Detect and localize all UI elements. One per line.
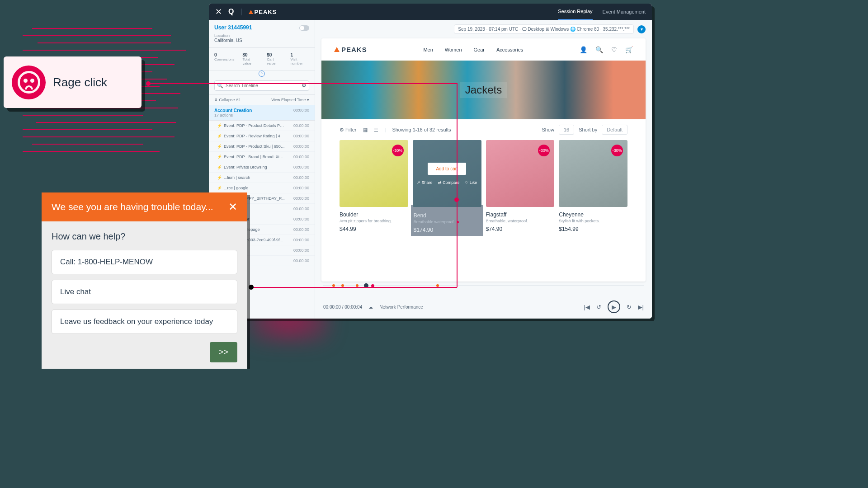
product-card: -30% BoulderArm pit zippers for breathin… xyxy=(340,140,408,234)
view-elapsed[interactable]: View Elapsed Time ▾ xyxy=(271,98,309,102)
scrubber-playhead[interactable] xyxy=(364,283,368,288)
product-card: -30% FlagstaffBreathable, waterproof.$74… xyxy=(486,140,555,234)
replay-viewport: PEAKS Men Women Gear Accessories 👤 🔍 ♡ 🛒 xyxy=(321,38,646,282)
account-icon[interactable]: 👤 xyxy=(580,46,587,53)
timeline-event[interactable]: ⚡Event: PDP - Product Details Page | Gol… xyxy=(209,121,315,131)
timeline-event[interactable]: ⚡...lium | search00:00:00 xyxy=(209,173,315,183)
search-input[interactable] xyxy=(214,80,309,91)
grid-view-icon[interactable]: ▦ xyxy=(363,127,368,133)
playback-controls: 00:00:00 / 00:00:04 ☁ Network Performanc… xyxy=(315,295,652,319)
nav-gear[interactable]: Gear xyxy=(474,47,485,52)
user-toggle[interactable] xyxy=(299,25,309,31)
help-header: We see you are having trouble today... ✕ xyxy=(42,192,247,221)
play-button[interactable]: ▶ xyxy=(608,300,620,313)
cloud-icon: ☁ xyxy=(368,305,373,310)
help-popup: We see you are having trouble today... ✕… xyxy=(42,192,247,369)
timeline-event[interactable]: ⚡Event: PDP - Review Rating | 400:00:00 xyxy=(209,131,315,141)
event-group-header[interactable]: Account Creation17 actions 00:00:00 xyxy=(209,105,315,121)
search-icon: 🔍 xyxy=(217,83,223,89)
help-option-chat[interactable]: Live chat xyxy=(52,280,237,304)
list-view-icon[interactable]: ☰ xyxy=(374,127,378,133)
timeline-search: 🔍 ⚙ xyxy=(209,77,315,95)
rage-click-card: Rage click xyxy=(4,56,142,108)
nav-accessories[interactable]: Accessories xyxy=(496,47,523,52)
timeline-event[interactable]: ⚡Event: Private Browsing00:00:00 xyxy=(209,162,315,173)
rage-face-icon xyxy=(12,66,46,99)
product-card: Add to cart ↗ Share ⇄ Compare ♡ Like Ben… xyxy=(413,140,481,234)
search-icon[interactable]: 🔍 xyxy=(595,46,603,53)
network-perf-label[interactable]: Network Performance xyxy=(379,305,423,310)
session-meta: Sep 19, 2023 · 07:14 pm UTC · 🖵 Desktop … xyxy=(454,24,634,34)
timeline-event[interactable]: ⚡...rce | google00:00:00 xyxy=(209,183,315,193)
forward-icon[interactable]: ↻ xyxy=(627,304,632,310)
nav-men[interactable]: Men xyxy=(423,47,433,52)
playback-time: 00:00:00 / 00:00:04 xyxy=(323,305,362,310)
timeline-event[interactable]: ⚡Event: PDP - Brand | Brand: Xiaomi00:00… xyxy=(209,152,315,162)
top-nav: Session Replay Event Management xyxy=(558,4,646,20)
hero-title: Jackets xyxy=(460,82,507,98)
filter-icon[interactable]: ⚙ xyxy=(302,82,307,89)
filter-bar: ⚙ Filter ▦ ☰ | Showing 1-16 of 32 result… xyxy=(321,119,646,140)
nav-women[interactable]: Women xyxy=(445,47,462,52)
chevron-up-icon[interactable]: ⌃ xyxy=(259,70,265,77)
like-button[interactable]: ♡ Like xyxy=(465,180,477,185)
timeline-event[interactable]: ⚡Event: PDP - Product Sku | 650301348400… xyxy=(209,141,315,152)
rage-label: Rage click xyxy=(53,75,107,89)
product-card: -30% CheyenneStylish fit with pockets.$1… xyxy=(559,140,627,234)
shop-logo: PEAKS xyxy=(334,46,367,53)
session-meta-bar: Sep 19, 2023 · 07:14 pm UTC · 🖵 Desktop … xyxy=(315,20,652,38)
close-icon[interactable]: ✕ xyxy=(228,201,237,213)
help-option-feedback[interactable]: Leave us feedback on your experience tod… xyxy=(52,310,237,334)
shop-header: PEAKS Men Women Gear Accessories 👤 🔍 ♡ 🛒 xyxy=(321,38,646,61)
peaks-logo: PEAKS xyxy=(249,9,277,15)
help-question: How can we help? xyxy=(52,231,237,242)
sort-select[interactable]: Default xyxy=(602,125,627,135)
results-count: Showing 1-16 of 32 results xyxy=(392,127,451,132)
user-stats: 0Conversions $0Total value $0Cart value … xyxy=(209,48,315,70)
share-button[interactable]: ↗ Share xyxy=(417,180,433,185)
skip-forward-icon[interactable]: ▶| xyxy=(638,304,644,310)
session-replay-window: ✕ Q | PEAKS Session Replay Event Managem… xyxy=(209,4,652,319)
skip-back-icon[interactable]: |◀ xyxy=(584,304,590,310)
help-option-call[interactable]: Call: 1-800-HELP-MENOW xyxy=(52,250,237,274)
playback-scrubber[interactable] xyxy=(323,285,644,295)
rewind-icon[interactable]: ↺ xyxy=(596,304,601,310)
cart-icon[interactable]: 🛒 xyxy=(625,46,633,53)
filter-button[interactable]: ⚙ Filter xyxy=(340,127,357,133)
hero-banner: Jackets xyxy=(321,61,646,119)
product-grid: -30% BoulderArm pit zippers for breathin… xyxy=(321,140,646,234)
show-select[interactable]: 16 xyxy=(559,125,574,135)
help-title: We see you are having trouble today... xyxy=(52,202,213,212)
tab-session-replay[interactable]: Session Replay xyxy=(558,4,592,20)
heart-icon[interactable]: ♡ xyxy=(611,46,617,53)
dropdown-icon[interactable]: ▾ xyxy=(637,25,646,33)
compare-button[interactable]: ⇄ Compare xyxy=(438,180,460,185)
tab-event-management[interactable]: Event Management xyxy=(603,4,646,20)
shop-nav: Men Women Gear Accessories xyxy=(423,47,523,52)
add-to-cart-button[interactable]: Add to cart xyxy=(428,163,466,175)
close-icon[interactable]: ✕ xyxy=(215,7,222,17)
replay-main: Sep 19, 2023 · 07:14 pm UTC · 🖵 Desktop … xyxy=(315,20,652,319)
help-next-button[interactable]: >> xyxy=(210,342,237,362)
collapse-all[interactable]: ⇕ Collapse All xyxy=(214,98,241,102)
user-id[interactable]: User 31445991 xyxy=(214,24,309,31)
app-q-icon: Q xyxy=(228,8,234,16)
window-topbar: ✕ Q | PEAKS Session Replay Event Managem… xyxy=(209,4,652,20)
user-header: User 31445991 Location California, US xyxy=(209,20,315,48)
